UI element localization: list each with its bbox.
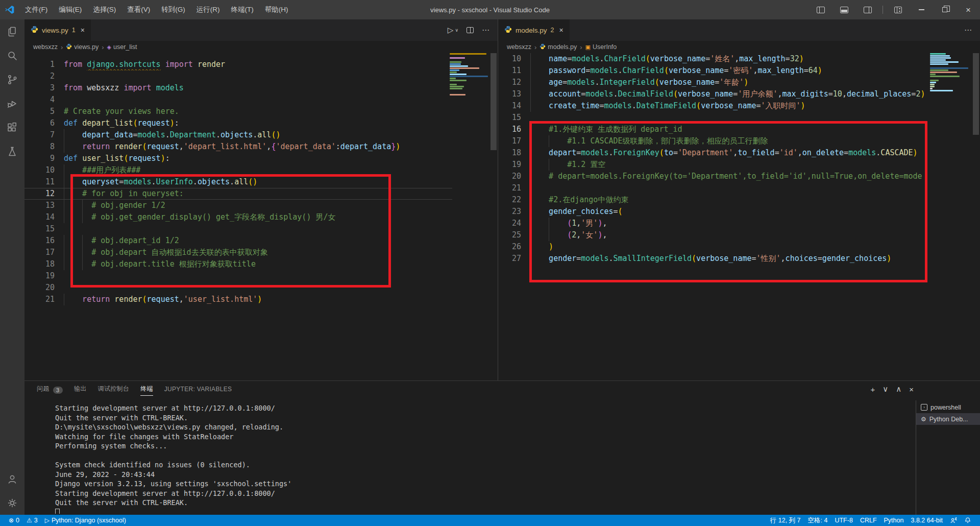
minimap[interactable]	[930, 53, 970, 92]
code-line-5[interactable]: 5# Create your views here.	[24, 106, 452, 117]
testing-icon[interactable]	[0, 139, 24, 163]
menu-item-0[interactable]: 文件(F)	[19, 0, 53, 19]
code-line-11[interactable]: 11queryset=models.UserInfo.objects.all()	[24, 176, 452, 188]
notifications-bell-icon[interactable]	[961, 517, 975, 524]
code-line-12[interactable]: 12# for obj in queryset:	[24, 188, 452, 200]
code-line-16[interactable]: 16# obj.depart_id 1/2	[24, 235, 452, 247]
breadcrumb-item-websxzz[interactable]: websxzz	[507, 43, 531, 51]
panel-tab-终端[interactable]: 终端	[135, 382, 158, 398]
code-line-11[interactable]: 11password=models.CharField(verbose_name…	[498, 65, 930, 77]
breadcrumb-item-models.py[interactable]: models.py	[540, 43, 577, 51]
statusbar-warning[interactable]: ⚠3	[23, 517, 41, 524]
settings-gear-icon[interactable]	[0, 491, 24, 515]
code-area[interactable]: 10name=models.CharField(verbose_name='姓名…	[498, 53, 980, 380]
code-line-14[interactable]: 14create_time=models.DateTimeField(verbo…	[498, 100, 930, 112]
code-line-19[interactable]: 19#1.2 置空	[498, 159, 930, 171]
tab-close-icon[interactable]: ×	[81, 26, 85, 34]
code-line-10[interactable]: 10###用户列表###	[24, 164, 452, 176]
menu-item-7[interactable]: 帮助(H)	[259, 0, 294, 19]
code-line-20[interactable]: 20	[24, 282, 452, 294]
panel-tab-问题[interactable]: 问题3	[32, 382, 68, 398]
explorer-icon[interactable]	[0, 19, 24, 43]
statusbar-right-1[interactable]: 空格: 4	[804, 516, 831, 525]
terminal-dropdown-icon[interactable]: ∨	[883, 385, 888, 394]
code-line-20[interactable]: 20# depart=models.ForeignKey(to='Departm…	[498, 171, 930, 182]
breadcrumb[interactable]: websxzz›views.py›◈user_list	[24, 41, 498, 53]
code-line-1[interactable]: 1from django.shortcuts import render	[24, 59, 452, 70]
accounts-icon[interactable]	[0, 467, 24, 491]
new-terminal-icon[interactable]: +	[871, 385, 875, 394]
search-icon[interactable]	[0, 43, 24, 67]
code-line-27[interactable]: 27gender=models.SmallIntegerField(verbos…	[498, 253, 930, 265]
source-control-icon[interactable]	[0, 67, 24, 91]
statusbar-right-2[interactable]: UTF-8	[831, 517, 856, 524]
toggle-secondary-sidebar-icon[interactable]	[856, 7, 879, 13]
breadcrumb[interactable]: websxzz›models.py›▣UserInfo	[498, 41, 980, 53]
terminal-list-item-Python Deb...[interactable]: ⚙Python Deb...	[916, 413, 980, 425]
run-python-file-icon[interactable]: ▷∨	[448, 26, 458, 35]
menu-item-1[interactable]: 编辑(E)	[53, 0, 87, 19]
code-line-19[interactable]: 19	[24, 270, 452, 282]
code-line-17[interactable]: 17# obj.depart 自动根据id去关联的表中获取对象	[24, 247, 452, 258]
statusbar-right-0[interactable]: 行 12, 列 7	[767, 516, 804, 525]
close-button[interactable]: ×	[957, 0, 980, 19]
statusbar-right-4[interactable]: Python	[880, 517, 908, 524]
code-line-2[interactable]: 2	[24, 70, 452, 82]
statusbar-debug-run[interactable]: ▷Python: Django (sxschool)	[41, 517, 130, 524]
tab-models-py[interactable]: models.py2×	[498, 19, 570, 41]
menu-item-5[interactable]: 运行(R)	[191, 0, 226, 19]
breadcrumb-item-user_list[interactable]: ◈user_list	[107, 43, 137, 51]
statusbar-right-3[interactable]: CRLF	[856, 517, 880, 524]
run-debug-icon[interactable]	[0, 91, 24, 115]
code-line-18[interactable]: 18# obj.depart.title 根据行对象获取title	[24, 258, 452, 270]
breadcrumb-item-websxzz[interactable]: websxzz	[33, 43, 58, 51]
scrollbar[interactable]	[491, 53, 497, 380]
code-area[interactable]: 1from django.shortcuts import render23fr…	[24, 53, 498, 380]
code-line-6[interactable]: 6def depart_list(request):	[24, 117, 452, 129]
feedback-icon[interactable]	[946, 517, 961, 524]
split-editor-icon[interactable]	[467, 27, 474, 33]
code-line-21[interactable]: 21	[498, 182, 930, 194]
toggle-panel-icon[interactable]	[832, 7, 856, 13]
tab-close-icon[interactable]: ×	[559, 26, 563, 34]
code-line-24[interactable]: 24(1,'男'),	[498, 218, 930, 229]
terminal-output[interactable]: Starting development server at http://12…	[55, 403, 913, 514]
extensions-icon[interactable]	[0, 115, 24, 139]
menu-item-3[interactable]: 查看(V)	[121, 0, 156, 19]
code-line-9[interactable]: 9def user_list(request):	[24, 153, 452, 164]
statusbar-right-5[interactable]: 3.8.2 64-bit	[907, 517, 946, 524]
code-line-15[interactable]: 15	[24, 223, 452, 235]
code-line-14[interactable]: 14# obj.get_gender_display() get_字段名称_di…	[24, 211, 452, 223]
scrollbar[interactable]	[973, 53, 979, 380]
code-line-17[interactable]: 17#1.1 CASCADE级联删除，部门表删除，相应的员工行删除	[498, 135, 930, 147]
maximize-panel-icon[interactable]: ∧	[896, 385, 901, 394]
close-panel-icon[interactable]: ×	[909, 385, 914, 394]
tab-views-py[interactable]: views.py1×	[24, 19, 91, 41]
code-line-26[interactable]: 26)	[498, 241, 930, 253]
breadcrumb-item-UserInfo[interactable]: ▣UserInfo	[585, 43, 617, 51]
toggle-sidebar-icon[interactable]	[809, 7, 832, 13]
code-line-21[interactable]: 21return render(request,'user_list.html'…	[24, 294, 452, 305]
code-line-23[interactable]: 23gender_choices=(	[498, 206, 930, 218]
terminal-list-item-powershell[interactable]: ›powershell	[916, 401, 980, 413]
more-actions-icon[interactable]: ⋯	[482, 26, 489, 35]
code-line-4[interactable]: 4	[24, 94, 452, 106]
panel-tab-调试控制台[interactable]: 调试控制台	[93, 382, 135, 398]
code-line-25[interactable]: 25(2,'女'),	[498, 229, 930, 241]
minimap[interactable]	[450, 53, 489, 96]
code-line-13[interactable]: 13account=models.DecimalField(verbose_na…	[498, 88, 930, 100]
code-line-16[interactable]: 16#1.外键约束 生成数据列 depart_id	[498, 124, 930, 135]
more-actions-icon[interactable]: ⋯	[964, 26, 972, 35]
code-line-10[interactable]: 10name=models.CharField(verbose_name='姓名…	[498, 53, 930, 65]
code-line-15[interactable]: 15	[498, 112, 930, 124]
minimize-button[interactable]	[910, 0, 933, 19]
panel-tab-输出[interactable]: 输出	[69, 382, 92, 398]
code-line-3[interactable]: 3from websxzz import models	[24, 82, 452, 94]
menu-item-6[interactable]: 终端(T)	[226, 0, 259, 19]
customize-layout-icon[interactable]	[886, 7, 910, 13]
code-line-7[interactable]: 7depart_data=models.Department.objects.a…	[24, 129, 452, 141]
menu-item-4[interactable]: 转到(G)	[156, 0, 191, 19]
panel-tab-JUPYTER: VARIABLES[interactable]: JUPYTER: VARIABLES	[159, 384, 237, 397]
code-line-22[interactable]: 22#2.在django中做约束	[498, 194, 930, 206]
statusbar-error[interactable]: ⊗0	[5, 517, 23, 524]
